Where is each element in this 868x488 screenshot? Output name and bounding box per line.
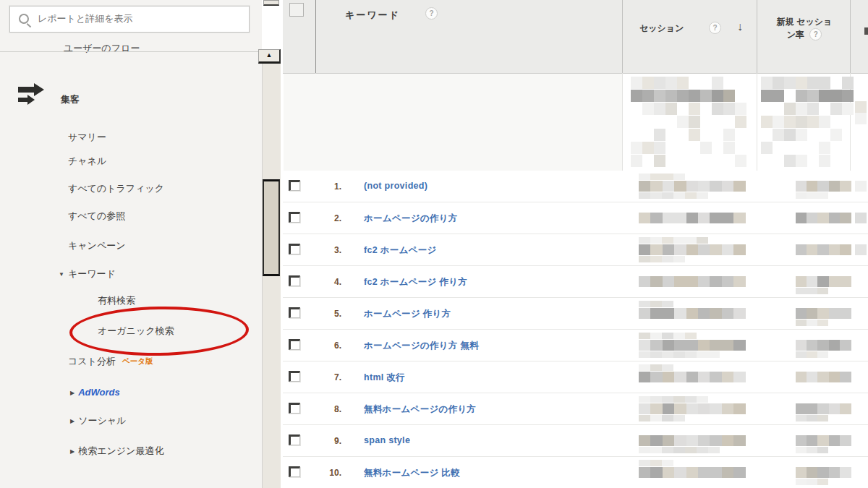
table-row: 2. ホームページの作り方 <box>283 202 868 234</box>
row-checkbox[interactable] <box>289 307 300 318</box>
report-sidebar: ユーザーのフロー 集客 サマリー チャネル すべてのトラフィック すべての参照 … <box>0 0 262 488</box>
column-divider <box>622 0 623 73</box>
sidebar-item-label: 検索エンジン最適化 <box>78 445 163 456</box>
sidebar-item-keywords[interactable]: ▼キーワード <box>59 267 116 281</box>
keyword-link[interactable]: ホームページの作り方 無料 <box>364 340 479 352</box>
sidebar-item-social[interactable]: ▶ソーシャル <box>70 414 126 427</box>
select-all-checkbox[interactable] <box>289 3 304 17</box>
keyword-link[interactable]: fc2 ホームページ 作り方 <box>364 276 467 288</box>
row-checkbox[interactable] <box>289 339 300 350</box>
column-divider <box>850 0 851 73</box>
highlight-ellipse <box>69 305 249 357</box>
chevron-right-icon: ▶ <box>70 390 75 396</box>
keyword-link[interactable]: 無料ホームページ 比較 <box>364 467 460 479</box>
row-rank: 10. <box>312 468 341 478</box>
scrollbar-stub <box>263 0 279 6</box>
table-row: 4. fc2 ホームページ 作り方 <box>283 266 868 298</box>
sidebar-item-summary[interactable]: サマリー <box>68 131 106 144</box>
keyword-link[interactable]: span style <box>364 435 410 445</box>
report-search-box[interactable] <box>9 6 250 33</box>
row-rank: 3. <box>312 245 341 255</box>
table-row: 1. (not provided) <box>283 171 868 202</box>
row-checkbox[interactable] <box>289 275 300 286</box>
row-rank: 9. <box>312 436 341 446</box>
row-rank: 5. <box>312 309 341 319</box>
search-input[interactable] <box>36 12 242 25</box>
table-row: 7. html 改行 <box>283 361 868 393</box>
search-icon <box>19 14 29 24</box>
sidebar-item-adwords[interactable]: ▶AdWords <box>70 387 120 398</box>
sidebar-item-label: コスト分析 <box>68 356 116 367</box>
totals-row <box>284 74 622 171</box>
row-checkbox[interactable] <box>289 180 300 191</box>
row-checkbox[interactable] <box>289 403 300 414</box>
row-rank: 6. <box>312 341 341 351</box>
beta-badge: ベータ版 <box>122 356 153 365</box>
scrollbar-thumb[interactable] <box>263 179 280 276</box>
help-icon[interactable]: ? <box>709 22 721 34</box>
sidebar-divider <box>0 51 258 52</box>
keyword-link[interactable]: fc2 ホームページ <box>364 244 437 257</box>
keyword-link[interactable]: ホームページ 作り方 <box>364 308 451 320</box>
table-row: 10. 無料ホームページ 比較 <box>283 457 868 488</box>
sidebar-item-user-flow[interactable]: ユーザーのフロー <box>64 42 140 55</box>
keyword-link[interactable]: 無料ホームページの作り方 <box>364 403 476 416</box>
row-checkbox[interactable] <box>289 371 300 382</box>
column-header-sessions[interactable]: セッション <box>639 22 684 35</box>
row-rank: 4. <box>312 277 341 287</box>
sidebar-item-acquisition[interactable]: 集客 <box>61 93 80 106</box>
table-row: 3. fc2 ホームページ <box>283 234 868 266</box>
help-icon[interactable]: ? <box>809 28 822 40</box>
row-checkbox[interactable] <box>289 466 300 477</box>
help-icon[interactable]: ? <box>425 7 438 20</box>
chevron-down-icon: ▼ <box>59 271 64 278</box>
column-header-label: 新規 セッショ <box>777 17 832 27</box>
chevron-right-icon: ▶ <box>70 448 75 455</box>
row-rank: 1. <box>312 181 341 192</box>
row-checkbox[interactable] <box>289 212 300 223</box>
row-checkbox[interactable] <box>289 435 300 445</box>
table-row: 5. ホームページ 作り方 <box>283 298 868 330</box>
table-row: 6. ホームページの作り方 無料 <box>283 330 868 361</box>
row-rank: 7. <box>312 372 341 382</box>
table-row: 8. 無料ホームページの作り方 <box>283 393 868 425</box>
sidebar-item-label: ソーシャル <box>78 415 126 426</box>
table-row: 9. span style <box>283 425 868 457</box>
next-column-label-clipped <box>864 27 868 35</box>
keyword-link[interactable]: html 改行 <box>364 372 405 384</box>
column-header-new-sessions[interactable]: 新規 セッショ ン率 ? <box>761 16 848 41</box>
keyword-link[interactable]: ホームページの作り方 <box>364 213 458 225</box>
sidebar-item-seo[interactable]: ▶検索エンジン最適化 <box>70 445 163 458</box>
sidebar-item-label: キーワード <box>68 268 116 279</box>
sidebar-item-campaigns[interactable]: キャンペーン <box>68 239 126 252</box>
sidebar-item-all-traffic[interactable]: すべてのトラフィック <box>68 182 164 195</box>
sort-desc-icon[interactable]: ↓ <box>737 20 743 33</box>
acquisition-arrows-icon <box>17 82 47 106</box>
scroll-up-button[interactable]: ▲ <box>258 49 281 64</box>
row-rank: 8. <box>312 404 341 414</box>
analytics-window: ユーザーのフロー 集客 サマリー チャネル すべてのトラフィック すべての参照 … <box>0 0 868 488</box>
chevron-right-icon: ▶ <box>70 418 75 424</box>
column-header-label: ン率 <box>787 30 804 40</box>
column-divider <box>315 0 316 73</box>
sidebar-item-label: AdWords <box>78 387 120 398</box>
row-checkbox[interactable] <box>289 244 300 254</box>
column-header-keyword[interactable]: キーワード <box>345 9 400 22</box>
sidebar-item-paid-search[interactable]: 有料検索 <box>98 294 135 307</box>
keyword-link[interactable]: (not provided) <box>364 181 427 191</box>
column-divider <box>757 0 757 73</box>
sidebar-item-channels[interactable]: チャネル <box>68 155 106 168</box>
sidebar-item-cost-analysis[interactable]: コスト分析ベータ版 <box>68 355 153 368</box>
sidebar-item-all-referrals[interactable]: すべての参照 <box>68 210 125 223</box>
row-rank: 2. <box>312 213 341 223</box>
